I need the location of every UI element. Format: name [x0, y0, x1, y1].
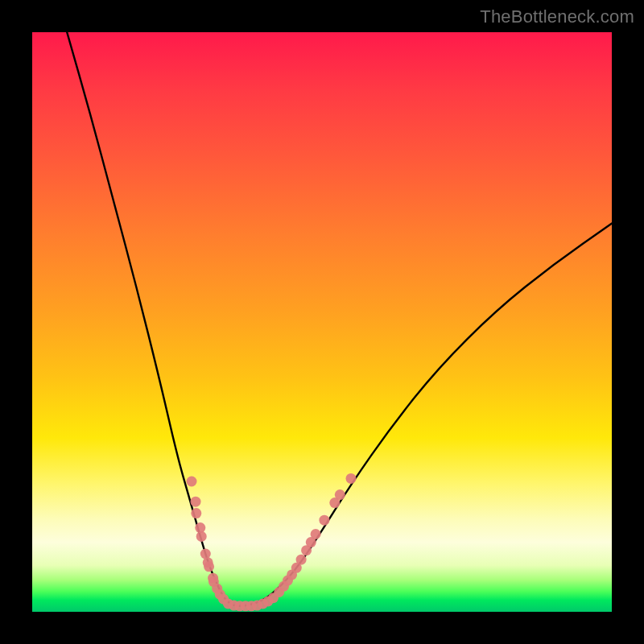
curve-marker [204, 561, 214, 572]
curve-marker [187, 477, 197, 487]
curve-marker [191, 508, 201, 518]
watermark-text: TheBottleneck.com [480, 6, 634, 27]
curve-marker [196, 531, 207, 542]
curve-marker [335, 489, 345, 500]
curve-marker [311, 529, 321, 539]
chart-svg [32, 32, 612, 612]
bottleneck-curve [67, 32, 612, 606]
curve-markers [187, 473, 357, 611]
curve-marker [346, 473, 357, 484]
curve-marker [191, 497, 201, 507]
chart-frame: TheBottleneck.com [0, 0, 644, 644]
curve-marker [296, 555, 307, 565]
curve-marker [319, 515, 329, 526]
curve-path [67, 32, 612, 606]
